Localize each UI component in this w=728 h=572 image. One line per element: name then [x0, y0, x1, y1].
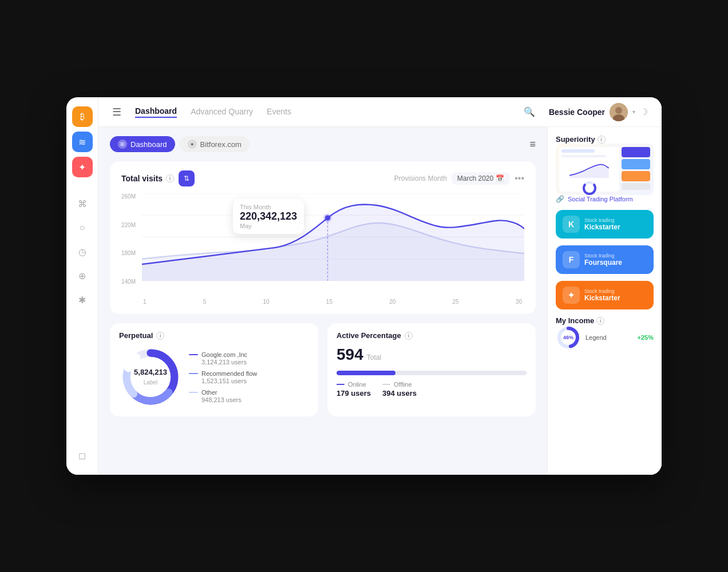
sidebar-icon-settings[interactable]: ✱ — [72, 289, 93, 310]
donut-legend-row: 5,824,213 Label Google.com ,Inc — [119, 345, 309, 408]
stock-card-foursquare[interactable]: F Stock trading Foursquare — [556, 245, 654, 274]
superiority-preview — [556, 144, 654, 195]
donut-chart: 5,824,213 Label — [119, 345, 182, 408]
perpetual-info-icon: i — [156, 332, 164, 340]
sidebar: ₿ ≋ ✦ ⌘ ○ ◷ ⊕ ✱ ◻ — [66, 97, 98, 475]
income-row: 46% Legend +25% — [556, 325, 654, 350]
chart-section: Total visits i ⇅ Provisions Month March … — [110, 161, 536, 314]
progress-bar-inner — [337, 371, 395, 375]
stock-card-kickstarter-2[interactable]: ✦ Stock trading Kickstarter — [556, 281, 654, 309]
calendar-icon: 📅 — [496, 174, 504, 182]
app-window: ₿ ≋ ✦ ⌘ ○ ◷ ⊕ ✱ ◻ ☰ Dashboard Advanced Q… — [66, 97, 662, 475]
my-income-info-icon: i — [596, 317, 604, 325]
legend-item-other: Other 948,213 users — [189, 389, 309, 403]
x-axis-labels: 1 5 10 15 20 25 30 — [121, 299, 524, 305]
tab-menu-icon[interactable]: ≡ — [529, 138, 536, 150]
sidebar-icon-command[interactable]: ⌘ — [72, 193, 93, 214]
nav-link-advanced-quarry[interactable]: Advanced Quarry — [191, 107, 253, 117]
svg-point-10 — [323, 213, 332, 222]
user-area[interactable]: Bessie Cooper ▾ — [549, 103, 635, 121]
chart-info-icon: i — [166, 174, 174, 182]
perpetual-panel: Perpetual i — [110, 323, 318, 416]
chart-more-icon[interactable]: ••• — [515, 173, 524, 184]
kickstarter-1-icon: K — [563, 216, 580, 233]
sidebar-icon-clock2[interactable]: ◷ — [72, 241, 93, 262]
income-donut: 46% — [556, 325, 581, 350]
active-title: Active Percentage i — [337, 331, 527, 340]
superiority-section: Superiority i — [556, 135, 654, 203]
chart-title: Total visits i — [121, 174, 174, 183]
legend-item-google: Google.com ,Inc 3,124,213 users — [189, 351, 309, 366]
chart-header-right: Provisions Month March 2020 📅 ••• — [394, 172, 524, 185]
progress-bar — [337, 371, 527, 375]
chevron-down-icon: ▾ — [632, 109, 635, 115]
my-income-section: My Income i 46% Legend +25% — [556, 316, 654, 350]
bottom-panels: Perpetual i — [110, 323, 536, 416]
online-stat: Online 179 users — [337, 381, 371, 398]
center-panel: ⊞ Dashboard ● Bitforex.com ≡ Total visit… — [98, 127, 547, 475]
content-area: ⊞ Dashboard ● Bitforex.com ≡ Total visit… — [98, 127, 662, 475]
active-panel: Active Percentage i 594 Total — [327, 323, 536, 416]
sidebar-icon-soundcloud[interactable]: ≋ — [72, 132, 93, 152]
right-panel: Superiority i — [547, 127, 662, 475]
perpetual-title: Perpetual i — [119, 331, 309, 340]
income-percent-label: 46% — [563, 335, 573, 340]
donut-center: 5,824,213 Label — [134, 368, 167, 387]
tab-bitforex[interactable]: ● Bitforex.com — [180, 136, 250, 152]
sidebar-icon-airbnb[interactable]: ✦ — [72, 157, 93, 177]
user-name: Bessie Cooper — [549, 108, 605, 117]
sidebar-icon-chat[interactable]: ◻ — [72, 445, 93, 466]
date-badge[interactable]: March 2020 📅 — [452, 172, 510, 185]
legend-item-recommended: Recommended flow 1,523,151 users — [189, 370, 309, 384]
chart-svg-wrapper: 260M 220M 180M 140M — [121, 193, 524, 296]
superiority-info-icon: i — [598, 136, 606, 144]
stock-card-text-foursquare: Stock trading Foursquare — [584, 253, 622, 267]
chart-header: Total visits i ⇅ Provisions Month March … — [121, 170, 524, 186]
active-total-row: 594 Total — [337, 345, 527, 364]
social-trading-link[interactable]: 🔗 Social Trading Platform — [556, 195, 654, 203]
main-area: ☰ Dashboard Advanced Quarry Events 🔍 Bes… — [98, 97, 662, 475]
tab-bar: ⊞ Dashboard ● Bitforex.com ≡ — [110, 136, 536, 152]
nav-links: Dashboard Advanced Quarry Events — [135, 106, 524, 118]
top-nav: ☰ Dashboard Advanced Quarry Events 🔍 Bes… — [98, 97, 662, 127]
kickstarter-2-icon: ✦ — [563, 287, 580, 304]
tab-bitforex-icon: ● — [188, 140, 197, 149]
stock-card-kickstarter-1[interactable]: K Stock trading Kickstarter — [556, 210, 654, 239]
nav-link-dashboard[interactable]: Dashboard — [135, 106, 177, 118]
income-change-badge: +25% — [638, 334, 654, 341]
superiority-title: Superiority i — [556, 135, 654, 144]
tab-dashboard-icon: ⊞ — [118, 140, 127, 149]
sidebar-icon-clock1[interactable]: ○ — [72, 217, 93, 238]
tab-dashboard[interactable]: ⊞ Dashboard — [110, 136, 175, 152]
moon-icon[interactable]: ☽ — [640, 106, 648, 117]
svg-point-1 — [615, 107, 622, 114]
sort-button[interactable]: ⇅ — [179, 170, 195, 186]
offline-stat: Offline 394 users — [382, 381, 417, 398]
foursquare-icon: F — [563, 251, 580, 268]
nav-link-events[interactable]: Events — [267, 107, 291, 117]
hamburger-icon[interactable]: ☰ — [112, 106, 121, 118]
online-offline-row: Online 179 users Offline 394 users — [337, 381, 527, 398]
chart-svg — [142, 193, 524, 281]
sidebar-icon-globe[interactable]: ⊕ — [72, 265, 93, 286]
chart-tooltip: This Month 220,342,123 May — [233, 199, 304, 234]
sidebar-icon-bitcoin[interactable]: ₿ — [72, 106, 93, 127]
legend-items: Google.com ,Inc 3,124,213 users Recommen… — [189, 351, 309, 403]
my-income-title: My Income i — [556, 316, 654, 325]
avatar — [610, 103, 628, 121]
sup-left-card — [559, 147, 619, 192]
link-icon: 🔗 — [556, 195, 564, 203]
stock-card-text-kickstarter-2: Stock trading Kickstarter — [584, 288, 620, 302]
income-legend-label: Legend — [585, 334, 607, 341]
active-info-icon: i — [405, 332, 413, 340]
search-icon[interactable]: 🔍 — [524, 106, 535, 117]
stock-card-text-kickstarter-1: Stock trading Kickstarter — [584, 217, 620, 231]
